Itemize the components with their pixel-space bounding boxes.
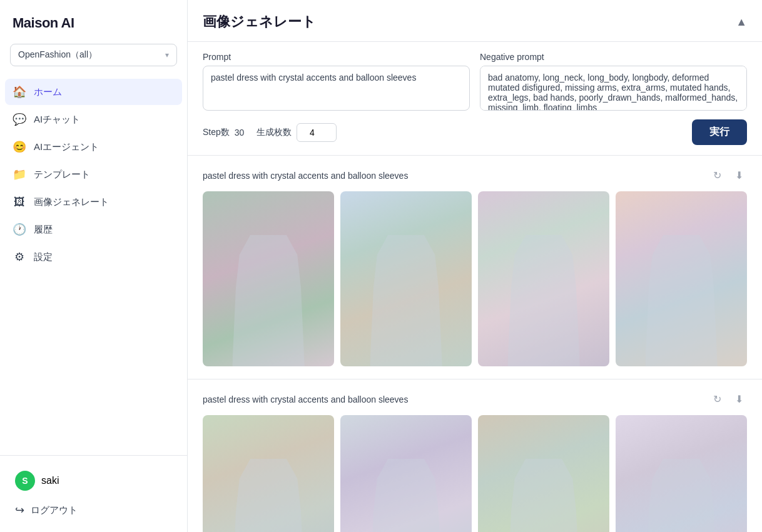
generated-image[interactable]	[203, 191, 334, 366]
sidebar-item-label: 画像ジェネレート	[34, 196, 109, 208]
generated-image[interactable]	[478, 191, 609, 366]
app-logo: Maison AI	[0, 0, 187, 44]
results-header: pastel dress with crystal accents and ba…	[203, 392, 747, 406]
generated-image[interactable]	[203, 415, 334, 532]
main-content: 画像ジェネレート ▲ Prompt pastel dress with crys…	[188, 0, 762, 532]
prompt-input[interactable]: pastel dress with crystal accents and ba…	[203, 66, 470, 111]
settings-icon: ⚙	[13, 250, 26, 264]
results-header: pastel dress with crystal accents and ba…	[203, 168, 747, 183]
count-label: 生成枚数	[257, 127, 292, 138]
sidebar-item-label: AIエージェント	[34, 141, 99, 153]
collapse-button[interactable]: ▲	[736, 16, 747, 29]
sidebar: Maison AI OpenFashion（all） ▾ 🏠 ホーム 💬 AIチ…	[0, 0, 188, 532]
sidebar-item-ai-agent[interactable]: 😊 AIエージェント	[5, 134, 182, 160]
download-button[interactable]: ⬇	[731, 168, 747, 183]
generated-image[interactable]	[340, 415, 472, 532]
step-label: Step数	[203, 127, 230, 138]
template-icon: 📁	[13, 168, 26, 181]
ai-agent-icon: 😊	[13, 140, 26, 154]
negative-prompt-label: Negative prompt	[480, 52, 747, 62]
result-prompt-text: pastel dress with crystal accents and ba…	[203, 171, 703, 181]
sidebar-item-home[interactable]: 🏠 ホーム	[5, 79, 182, 105]
model-dropdown[interactable]: OpenFashion（all） ▾	[10, 44, 177, 66]
user-info: S saki	[10, 466, 177, 496]
logout-label: ログアウト	[31, 504, 78, 516]
negative-prompt-col: Negative prompt bad anatomy, long_neck, …	[480, 52, 747, 111]
prompt-label: Prompt	[203, 52, 470, 62]
step-control: Step数 30	[203, 127, 244, 138]
history-icon: 🕐	[13, 223, 26, 236]
result-section-2: pastel dress with crystal accents and ba…	[188, 379, 762, 532]
refresh-button[interactable]: ↻	[709, 392, 725, 406]
sidebar-item-label: AIチャット	[34, 114, 80, 126]
page-title: 画像ジェネレート	[203, 13, 316, 31]
images-grid	[203, 191, 747, 366]
generated-image[interactable]	[340, 191, 472, 366]
page-header: 画像ジェネレート ▲	[188, 0, 762, 42]
prompt-row: Prompt pastel dress with crystal accents…	[203, 52, 747, 111]
result-prompt-text: pastel dress with crystal accents and ba…	[203, 394, 703, 404]
negative-prompt-input[interactable]: bad anatomy, long_neck, long_body, longb…	[480, 66, 747, 111]
run-button[interactable]: 実行	[692, 119, 747, 145]
logout-icon: ↪	[15, 503, 24, 517]
sidebar-item-label: ホーム	[34, 86, 62, 98]
step-value: 30	[235, 128, 245, 138]
sidebar-item-settings[interactable]: ⚙ 設定	[5, 244, 182, 270]
download-button[interactable]: ⬇	[731, 392, 747, 406]
count-control: 生成枚数	[257, 123, 337, 142]
prompt-area: Prompt pastel dress with crystal accents…	[188, 42, 762, 156]
refresh-button[interactable]: ↻	[709, 168, 725, 183]
controls-row: Step数 30 生成枚数 実行	[203, 119, 747, 145]
images-grid	[203, 415, 747, 532]
sidebar-item-label: 設定	[34, 251, 53, 263]
generated-image[interactable]	[616, 191, 747, 366]
chevron-down-icon: ▾	[165, 51, 169, 59]
generated-image[interactable]	[478, 415, 609, 532]
image-gen-icon: 🖼	[13, 195, 26, 209]
sidebar-nav: 🏠 ホーム 💬 AIチャット 😊 AIエージェント 📁 テンプレート 🖼 画像ジ…	[0, 76, 187, 455]
sidebar-item-ai-chat[interactable]: 💬 AIチャット	[5, 106, 182, 133]
results-container: pastel dress with crystal accents and ba…	[188, 156, 762, 532]
sidebar-bottom: S saki ↪ ログアウト	[0, 455, 187, 532]
sidebar-item-label: テンプレート	[34, 169, 90, 181]
sidebar-item-history[interactable]: 🕐 履歴	[5, 216, 182, 243]
sidebar-item-template[interactable]: 📁 テンプレート	[5, 161, 182, 188]
sidebar-item-label: 履歴	[34, 224, 53, 236]
result-section-1: pastel dress with crystal accents and ba…	[188, 156, 762, 379]
logout-button[interactable]: ↪ ログアウト	[10, 498, 177, 522]
avatar: S	[15, 471, 35, 491]
prompt-col: Prompt pastel dress with crystal accents…	[203, 52, 470, 111]
home-icon: 🏠	[13, 85, 26, 99]
dropdown-label: OpenFashion（all）	[18, 49, 97, 61]
generated-image[interactable]	[616, 415, 747, 532]
username: saki	[41, 475, 59, 486]
ai-chat-icon: 💬	[13, 113, 26, 126]
sidebar-item-image-gen[interactable]: 🖼 画像ジェネレート	[5, 189, 182, 215]
count-input[interactable]	[297, 123, 337, 142]
